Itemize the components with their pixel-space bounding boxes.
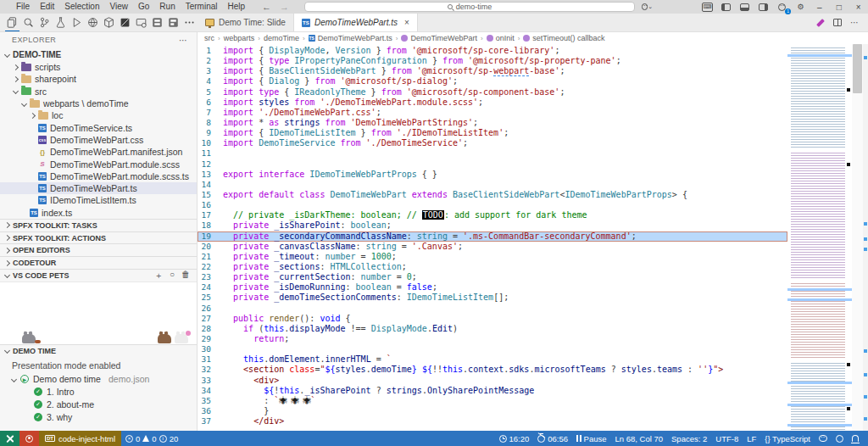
code-line[interactable]: 24 private _isDemoRunning: boolean = fal… bbox=[198, 282, 787, 293]
code-line[interactable]: 1import { DisplayMode, Version } from '@… bbox=[198, 46, 787, 56]
forward-arrow-icon[interactable]: → bbox=[280, 2, 289, 12]
pnp-tasks-icon[interactable] bbox=[150, 14, 164, 31]
code-editor[interactable]: 1import { DisplayMode, Version } from '@… bbox=[198, 44, 787, 431]
code-line[interactable]: 7import './DemoTimeWebPart.css'; bbox=[198, 108, 787, 118]
breadcrumb-item[interactable]: onInit bbox=[487, 34, 515, 42]
status-spaces-2[interactable]: Spaces: 2 bbox=[667, 431, 711, 446]
code-line[interactable]: 10import DemoTimeService from './DemoTim… bbox=[198, 138, 787, 148]
menu-selection[interactable]: Selection bbox=[59, 0, 104, 14]
breadcrumb-item[interactable]: TSDemoTimeWebPart.ts bbox=[309, 34, 392, 42]
tree-item-idemotimelistitem-ts[interactable]: TSIDemoTimeListItem.ts bbox=[0, 194, 197, 206]
breadcrumb-item[interactable]: setTimeout() callback bbox=[523, 34, 604, 42]
pet-sprite-gray-cat[interactable] bbox=[22, 334, 36, 343]
menu-go[interactable]: Go bbox=[133, 0, 154, 14]
breadcrumb-item[interactable]: demoTime bbox=[264, 34, 299, 42]
close-icon[interactable]: × bbox=[853, 3, 865, 12]
code-line[interactable]: 18 private _isSharePoint: boolean; bbox=[198, 220, 787, 231]
code-line[interactable]: 30 bbox=[198, 344, 787, 354]
menu-file[interactable]: File bbox=[11, 0, 35, 14]
code-line[interactable]: 26 bbox=[198, 304, 787, 314]
codetour-icon[interactable] bbox=[118, 14, 132, 31]
editor-scrollbar[interactable] bbox=[852, 44, 863, 431]
status-16-20[interactable]: 16:20 bbox=[495, 431, 534, 446]
more-icon[interactable] bbox=[182, 14, 197, 31]
section-demo-time[interactable]: DEMO TIME bbox=[0, 344, 197, 357]
status-lf[interactable]: LF bbox=[743, 431, 760, 446]
status--typescript[interactable]: {} TypeScript bbox=[760, 431, 815, 446]
code-line[interactable]: 5import type { IReadonlyTheme } from '@m… bbox=[198, 87, 787, 98]
tree-item-index-ts[interactable]: TSindex.ts bbox=[0, 207, 197, 219]
tab-1[interactable]: Demo Time: Slide bbox=[198, 14, 294, 31]
explorer-more-icon[interactable]: ⋯ bbox=[179, 36, 188, 45]
tree-item-sharepoint[interactable]: sharepoint bbox=[0, 73, 197, 85]
code-line[interactable]: 33 <div> bbox=[198, 376, 787, 386]
section-spfx-toolkit-tasks[interactable]: SPFX TOOLKIT: TASKS bbox=[0, 219, 197, 231]
code-line[interactable]: 25 private _demoTimeSectionComments: IDe… bbox=[198, 293, 787, 303]
highlighted-line[interactable]: 19 private _secondaryCommandClassName: s… bbox=[198, 231, 787, 242]
play-demo-icon[interactable]: ▶ bbox=[20, 375, 29, 383]
code-line[interactable]: 14 bbox=[198, 180, 787, 190]
section-open-editors[interactable]: OPEN EDITORS bbox=[0, 243, 197, 256]
demo-step[interactable]: ✓3. why bbox=[0, 411, 197, 424]
command-center-search[interactable]: demo-time bbox=[304, 2, 635, 12]
section-spfx-toolkit-actions[interactable]: SPFX TOOLKIT: ACTIONS bbox=[0, 231, 197, 244]
keycast-icon[interactable]: ⌨ bbox=[702, 3, 713, 12]
remote-window-icon[interactable] bbox=[134, 14, 148, 31]
code-line[interactable]: 37 </div> bbox=[198, 416, 787, 426]
menu-edit[interactable]: Edit bbox=[35, 0, 59, 14]
status-pause[interactable]: Pause bbox=[572, 431, 610, 446]
status-copilot[interactable] bbox=[815, 431, 832, 446]
pnp-actions-icon[interactable] bbox=[166, 14, 181, 31]
pet-sprite-brown-cat[interactable] bbox=[158, 334, 171, 343]
code-line[interactable]: 22 private _sections: HTMLCollection; bbox=[198, 262, 787, 272]
tree-item-scripts[interactable]: scripts bbox=[0, 61, 197, 73]
scrollbar-thumb[interactable] bbox=[853, 44, 862, 93]
menu-terminal[interactable]: Terminal bbox=[181, 0, 223, 14]
settings-gear-icon[interactable]: ⚙ bbox=[795, 3, 806, 12]
code-line[interactable]: 28 if (this.displayMode !== DisplayMode.… bbox=[198, 324, 787, 334]
toggle-sidebar-icon[interactable] bbox=[721, 3, 732, 12]
explorer-root-folder[interactable]: DEMO-TIME bbox=[0, 47, 197, 61]
package-icon[interactable] bbox=[102, 14, 116, 31]
breadcrumb-item[interactable]: src bbox=[204, 34, 214, 42]
menu-view[interactable]: View bbox=[105, 0, 134, 14]
maximize-icon[interactable]: □ bbox=[833, 3, 845, 12]
section-vscode-pets[interactable]: VS CODE PETS ＋ ○ 🗑 bbox=[0, 269, 197, 282]
tree-item-src[interactable]: src bbox=[0, 86, 197, 98]
live-share-icon[interactable] bbox=[86, 14, 100, 31]
split-editor-icon[interactable] bbox=[833, 19, 842, 26]
code-line[interactable]: 15export default class DemoTimeWebPart e… bbox=[198, 190, 787, 200]
source-control-icon[interactable] bbox=[37, 14, 52, 31]
code-line[interactable]: 23 private _currentSection: number = 0; bbox=[198, 272, 787, 282]
testing-icon[interactable] bbox=[53, 14, 68, 31]
section-codetour[interactable]: CODETOUR bbox=[0, 256, 197, 269]
problems-indicator[interactable]: × 0 0 i 20 bbox=[121, 431, 182, 446]
tree-item-demotimeservice-ts[interactable]: TSDemoTimeService.ts bbox=[0, 121, 197, 133]
minimap[interactable] bbox=[787, 44, 852, 431]
search-icon[interactable] bbox=[21, 14, 36, 31]
more-actions-icon[interactable]: ⋯ bbox=[850, 18, 860, 27]
code-line[interactable]: 32 <section class="${styles.demoTime} ${… bbox=[198, 365, 787, 375]
demo-step[interactable]: ✓1. Intro bbox=[0, 386, 197, 399]
tab-close-icon[interactable]: × bbox=[404, 18, 409, 27]
remote-indicator[interactable] bbox=[0, 431, 19, 446]
code-line[interactable]: 20 private _canvasClassName: string = '.… bbox=[198, 242, 787, 252]
menu-run[interactable]: Run bbox=[154, 0, 180, 14]
code-line[interactable]: 17 // private _isDarkTheme: boolean; // … bbox=[198, 210, 787, 220]
code-line[interactable]: 3import { BaseClientSideWebPart } from '… bbox=[198, 66, 787, 76]
status-utf-8[interactable]: UTF-8 bbox=[711, 431, 743, 446]
explorer-icon[interactable] bbox=[5, 14, 19, 31]
menu-help[interactable]: Help bbox=[223, 0, 251, 14]
code-line[interactable]: 36 } bbox=[198, 406, 787, 416]
tree-item-demotimewebpart-ts[interactable]: TSDemoTimeWebPart.ts bbox=[0, 182, 197, 194]
status-feedback[interactable] bbox=[832, 431, 848, 446]
minimize-icon[interactable]: – bbox=[814, 3, 826, 12]
status-06-56[interactable]: 06:56 bbox=[533, 431, 572, 446]
highlighter-icon[interactable] bbox=[816, 19, 825, 27]
roll-call-icon[interactable]: ○ bbox=[170, 270, 175, 282]
breadcrumb-item[interactable]: webparts bbox=[224, 34, 255, 42]
tree-item-loc[interactable]: loc bbox=[0, 109, 197, 121]
code-line[interactable]: 8import * as strings from 'DemoTimeWebPa… bbox=[198, 118, 787, 128]
record-button[interactable] bbox=[19, 431, 39, 446]
account-icon[interactable]: 1 bbox=[776, 3, 787, 12]
